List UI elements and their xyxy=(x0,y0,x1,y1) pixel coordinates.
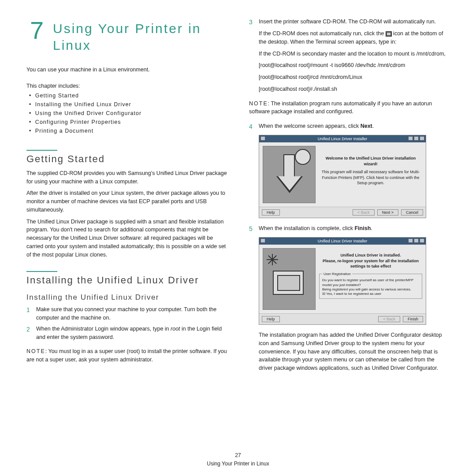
dialog-title: Unified Linux Driver Installer xyxy=(318,137,368,141)
toc-item: Configuring Printer Properties xyxy=(29,119,227,125)
toc-item: Using the Unified Driver Configurator xyxy=(29,110,227,116)
includes-label: This chapter includes: xyxy=(26,83,227,89)
dialog-illustration xyxy=(263,146,316,203)
section-rule xyxy=(26,150,57,151)
dialog-message: Welcome to the Unified Linux Driver inst… xyxy=(319,146,422,203)
toc-item: Printing a Document xyxy=(29,128,227,134)
chapter-toc: Getting Started Installing the Unified L… xyxy=(26,93,227,134)
cancel-button[interactable]: Cancel xyxy=(401,209,423,216)
section-getting-started: Getting Started xyxy=(26,153,227,165)
chapter-title: Using Your Printer in Linux xyxy=(53,20,227,53)
minimize-icon[interactable] xyxy=(408,238,413,243)
body-text: After the driver is installed on your Li… xyxy=(26,189,227,214)
dialog-heading: Unified Linux Driver is installed. Pleas… xyxy=(319,253,422,269)
step-4: 4 When the welcome screen appears, click… xyxy=(249,122,450,131)
step-body: When the Administrator Login window appe… xyxy=(36,325,227,342)
checkbox-label: Yes, I want to be registered as user xyxy=(326,292,381,296)
bold-text: Next xyxy=(361,123,372,129)
text: . xyxy=(372,123,374,129)
text: When the installation is complete, click xyxy=(259,225,354,231)
command-text: [root@localhost root]#./install.sh xyxy=(259,85,450,93)
close-icon[interactable] xyxy=(420,136,424,141)
italic-text: root xyxy=(171,326,180,332)
step-number: 3 xyxy=(249,18,259,27)
step-number: 1 xyxy=(26,305,36,322)
back-button: < Back xyxy=(378,316,400,322)
note-text: : You must log in as a super user (root)… xyxy=(26,348,227,363)
installer-dialog-finish: Unified Linux Driver Installer Unified L… xyxy=(259,237,426,325)
intro-text: You can use your machine in a Linux envi… xyxy=(26,66,227,74)
dialog-titlebar: Unified Linux Driver Installer xyxy=(259,135,426,142)
step-1: 1 Make sure that you connect your machin… xyxy=(26,305,227,322)
dialog-body: This program will install all necessary … xyxy=(322,170,420,185)
system-menu-icon[interactable] xyxy=(260,238,265,243)
reg-info: Being registered you will gain access to… xyxy=(322,287,419,292)
step-number: 4 xyxy=(249,122,259,131)
reg-question: Do you want to register yourself as user… xyxy=(322,278,419,287)
tail-paragraph: The installation program has added the U… xyxy=(259,331,450,372)
reg-checkbox-row[interactable]: ☒ Yes, I want to be registered as user xyxy=(322,292,419,296)
note-block: NOTE: You must log in as a super user (r… xyxy=(26,347,227,364)
note-label: NOTE xyxy=(26,348,45,354)
step-number: 5 xyxy=(249,224,259,234)
toc-item: Installing the Unified Linux Driver xyxy=(29,101,227,108)
command-text: [root@localhost root]#mount -t iso9660 /… xyxy=(259,61,450,70)
maximize-icon[interactable] xyxy=(414,136,419,141)
close-icon[interactable] xyxy=(420,238,424,243)
finish-button[interactable]: Finish xyxy=(403,316,423,322)
next-button[interactable]: Next > xyxy=(377,209,398,216)
maximize-icon[interactable] xyxy=(414,238,419,243)
step-5: 5 When the installation is complete, cli… xyxy=(249,224,450,234)
fieldset-legend: User Registration xyxy=(322,272,352,276)
help-button[interactable]: Help xyxy=(262,316,280,322)
step-body: Make sure that you connect your machine … xyxy=(36,305,227,322)
bold-text: Finish xyxy=(354,225,371,231)
sub-text: If the CD-ROM is secondary master and th… xyxy=(259,50,450,58)
step-body: Insert the printer software CD-ROM. The … xyxy=(259,18,450,27)
system-menu-icon[interactable] xyxy=(260,136,265,141)
user-registration-group: User Registration Do you want to registe… xyxy=(319,272,422,299)
command-text: [root@localhost root]#cd /mnt/cdrom/Linu… xyxy=(259,73,450,82)
section-rule xyxy=(26,271,57,272)
dialog-titlebar: Unified Linux Driver Installer xyxy=(259,238,426,245)
minimize-icon[interactable] xyxy=(408,136,413,141)
note-text: : The installation program runs automati… xyxy=(249,100,432,115)
text: If the CD-ROM does not automatically run… xyxy=(259,30,386,37)
step-number: 2 xyxy=(26,325,36,342)
dialog-message: Unified Linux Driver is installed. Pleas… xyxy=(319,248,422,310)
text: When the welcome screen appears, click xyxy=(259,123,361,129)
back-button: < Back xyxy=(353,209,375,216)
body-text: The Unified Linux Driver package is supp… xyxy=(26,218,227,259)
step-3: 3 Insert the printer software CD-ROM. Th… xyxy=(249,18,450,27)
dialog-heading: Welcome to the Unified Linux Driver inst… xyxy=(319,156,422,167)
sub-text: If the CD-ROM does not automatically run… xyxy=(259,30,450,46)
toc-item: Getting Started xyxy=(29,93,227,99)
step-2: 2 When the Administrator Login window ap… xyxy=(26,325,227,342)
help-button[interactable]: Help xyxy=(262,209,280,216)
note-block: NOTE: The installation program runs auto… xyxy=(249,100,450,116)
subsection-installing: Installing the Unified Linux Driver xyxy=(26,293,227,302)
page-footer: 27 Using Your Printer in Linux xyxy=(0,451,476,468)
dialog-illustration xyxy=(263,248,316,310)
body-text: The supplied CD-ROM provides you with Sa… xyxy=(26,169,227,186)
step-body: When the welcome screen appears, click N… xyxy=(259,122,450,131)
terminal-icon xyxy=(386,31,392,37)
page-number: 27 xyxy=(0,451,476,460)
note-label: NOTE xyxy=(249,100,268,107)
step-body: When the installation is complete, click… xyxy=(259,224,450,234)
text: When the Administrator Login window appe… xyxy=(36,326,171,332)
dialog-title: Unified Linux Driver Installer xyxy=(318,239,368,243)
chapter-number: 7 xyxy=(30,16,44,45)
text: . xyxy=(371,225,372,231)
section-installing: Installing the Unified Linux Driver xyxy=(26,275,227,286)
installer-dialog-welcome: Unified Linux Driver Installer Welcome t… xyxy=(259,135,426,218)
footer-section: Using Your Printer in Linux xyxy=(0,460,476,468)
